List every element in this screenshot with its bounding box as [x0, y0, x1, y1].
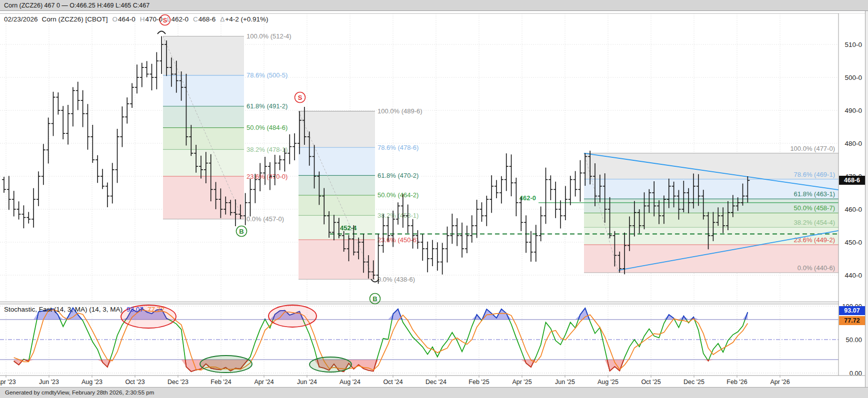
stochastic-header: Stochastic, Fast (14, 3, MA) (14, 3, MA)… — [4, 306, 164, 313]
open-value: 464-0 — [118, 15, 136, 23]
price-axis-label: 460-0 — [844, 206, 862, 213]
fib-level-label: 78.6% (469-1) — [794, 171, 835, 178]
fib-band — [298, 111, 375, 148]
panel-separator — [0, 302, 865, 304]
x-axis-label: Jun '23 — [39, 379, 59, 386]
fib-level-label: 50.0% (464-2) — [378, 191, 418, 199]
fib-level-label: 61.8% (470-2) — [378, 172, 418, 179]
fib-level-label: 0.0% (438-6) — [378, 276, 415, 283]
fib-level-label: 50.0% (484-6) — [246, 124, 288, 131]
generated-by-text: Generated by cmdtyView, February 28th 20… — [5, 390, 154, 396]
quote-header: 02/23/2026Corn (ZCZ26) [CBOT]O464-0H470-… — [4, 15, 268, 23]
stoch-k-badge: 93.07 — [839, 306, 865, 315]
x-axis-label: Apr '23 — [0, 379, 16, 386]
oversold-ellipse-annotation — [310, 357, 352, 372]
x-axis-label: Oct '25 — [641, 379, 660, 386]
fib-level-label: 0.0% (440-6) — [798, 264, 835, 272]
open-prefix: O — [112, 15, 118, 23]
fib-band — [298, 195, 375, 215]
fib-level-label: 38.2% (454-4) — [794, 219, 835, 226]
stoch-d-badge: 77.72 — [839, 316, 865, 325]
fib-level-label: 50.0% (458-7) — [794, 204, 835, 212]
price-axis-label: 480-0 — [844, 140, 862, 147]
fib-band — [163, 75, 244, 106]
change-value: +4-2 (+0.91%) — [225, 15, 268, 23]
price-axis-label: 510-0 — [844, 41, 862, 48]
quote-symbol: Corn (ZCZ26) [CBOT] — [42, 15, 108, 23]
x-axis-label: Oct '24 — [383, 379, 402, 386]
support-price-line-label: 462-0 — [520, 194, 536, 202]
x-axis-label: Feb '26 — [726, 379, 747, 386]
stochastic-k-value: 93.07 — [126, 306, 144, 313]
fib-level-label: 100.0% (489-6) — [378, 107, 422, 115]
chart-canvas[interactable]: 100.0% (512-4)78.6% (500-5)61.8% (491-2)… — [0, 0, 868, 398]
x-axis-label: Aug '23 — [82, 379, 102, 386]
x-axis-label: Jun '24 — [297, 379, 317, 386]
high-value: 470-0 — [145, 15, 162, 23]
fib-level-label: 100.0% (477-0) — [790, 145, 835, 152]
fib-level-label: 38.2% (478-1) — [246, 146, 288, 153]
x-axis-label: Jun '25 — [555, 379, 575, 386]
last-price-badge: 468-6 — [839, 176, 865, 185]
fib-level-label: 100.0% (512-4) — [246, 32, 292, 40]
fib-band — [163, 128, 244, 150]
overbought-ellipse-annotation — [268, 305, 316, 327]
x-axis-label: Aug '25 — [598, 379, 618, 386]
fib-level-label: 0.0% (457-0) — [246, 215, 284, 223]
fib-band — [298, 175, 375, 195]
stochastic-title: Stochastic, Fast (14, 3, MA) (14, 3, MA) — [4, 306, 122, 313]
x-axis-label: Feb '25 — [468, 379, 489, 386]
low-value: 462-0 — [171, 15, 188, 23]
low-prefix: L — [167, 15, 171, 23]
fib-level-label: 23.6% (470-0) — [246, 173, 288, 180]
fib-level-label: 61.8% (491-2) — [246, 102, 288, 110]
fib-level-label: 78.6% (478-6) — [378, 144, 418, 151]
price-axis-label: 490-0 — [844, 107, 862, 114]
stochastic-d-value: 77.72 — [148, 306, 164, 313]
window-title: Corn (ZCZ26) 467 0 — O:466.25 H:469 L:46… — [4, 2, 150, 9]
buy-marker-letter: B — [239, 228, 244, 235]
fib-band — [163, 149, 244, 176]
price-axis-label: 500-0 — [844, 74, 862, 81]
x-axis-label: Dec '25 — [684, 379, 704, 386]
fib-band — [298, 147, 375, 175]
x-axis-label: Oct '23 — [125, 379, 144, 386]
x-axis-label: Apr '26 — [770, 379, 790, 386]
cmdtyview-window: Corn (ZCZ26) 467 0 — O:466.25 H:469 L:46… — [0, 0, 868, 398]
x-axis-label: Dec '24 — [426, 379, 446, 386]
sell-marker-letter: S — [298, 94, 302, 101]
buy-marker-letter: B — [372, 295, 377, 303]
price-axis-label: 450-0 — [844, 239, 862, 246]
high-prefix: H — [140, 15, 145, 23]
dashed-price-line-label: 452-4 — [340, 224, 357, 232]
window-title-bar: Corn (ZCZ26) 467 0 — O:466.25 H:469 L:46… — [0, 0, 868, 11]
close-prefix: C — [193, 15, 198, 23]
x-axis-label: Aug '24 — [340, 379, 360, 386]
fib-level-label: 78.6% (500-5) — [246, 71, 288, 79]
fib-level-label: 61.8% (463-1) — [794, 190, 835, 198]
stoch-axis-label: 50.00 — [846, 336, 862, 344]
price-axis-label: 440-0 — [844, 272, 862, 279]
fib-band — [163, 106, 244, 128]
quote-date: 02/23/2026 — [4, 15, 38, 23]
x-axis-label: Feb '24 — [210, 379, 231, 386]
oversold-ellipse-annotation — [200, 356, 252, 373]
close-value: 468-6 — [198, 15, 216, 23]
fib-band — [163, 36, 244, 75]
x-axis-label: Apr '25 — [512, 379, 532, 386]
scrollbar-strip[interactable] — [865, 11, 868, 387]
x-axis-label: Dec '23 — [168, 379, 188, 386]
delta-icon: Δ — [220, 15, 224, 23]
x-axis-label: Apr '24 — [254, 379, 274, 386]
status-bar: Generated by cmdtyView, February 28th 20… — [0, 387, 868, 398]
